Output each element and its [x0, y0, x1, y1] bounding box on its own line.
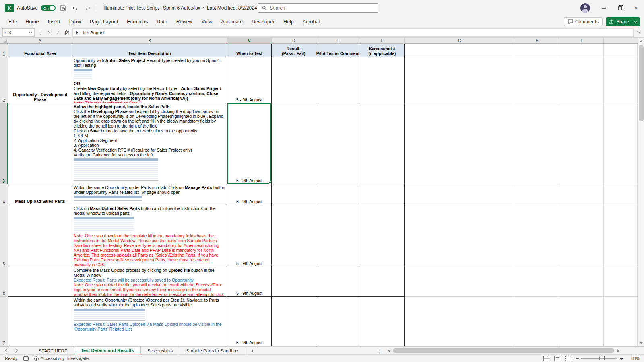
cell-E7[interactable] [316, 297, 360, 346]
empty-cell[interactable] [604, 267, 638, 297]
row-header-7[interactable]: 7 [0, 297, 8, 346]
column-header-C[interactable]: C [227, 38, 272, 43]
column-header-A[interactable]: A [8, 38, 72, 43]
cell-B5[interactable]: Click on Mass Upload Sales Parts button … [72, 205, 227, 267]
column-header-G[interactable]: G [405, 38, 515, 43]
cell-F7[interactable] [360, 297, 405, 346]
cell-G6[interactable] [405, 267, 515, 297]
cell-H6[interactable] [515, 267, 559, 297]
sheet-tab-test-details-and-results[interactable]: Test Details and Results [74, 347, 141, 354]
search-box[interactable] [258, 3, 378, 13]
cell-C1[interactable]: When to Test [227, 44, 272, 57]
cell-E4[interactable] [316, 184, 360, 205]
cell-I1[interactable] [559, 44, 604, 57]
zoom-in-button[interactable]: + [620, 356, 623, 362]
cell-H7[interactable] [515, 297, 559, 346]
cell-A2[interactable]: Opportunity - Development Phase [8, 57, 72, 103]
empty-cell[interactable] [604, 103, 638, 184]
cell-D2[interactable] [272, 57, 316, 103]
column-header-E[interactable]: E [316, 38, 360, 43]
zoom-slider-thumb[interactable] [604, 356, 605, 360]
cell-A5[interactable] [8, 205, 72, 267]
ribbon-tab-acrobat[interactable]: Acrobat [298, 17, 324, 27]
cell-C5[interactable]: 5 - 9th August [227, 205, 272, 267]
cell-H5[interactable] [515, 205, 559, 267]
ribbon-tab-formulas[interactable]: Formulas [122, 17, 152, 27]
cell-D4[interactable] [272, 184, 316, 205]
page-break-view-button[interactable] [565, 356, 572, 361]
next-sheet-arrow[interactable] [14, 349, 18, 353]
insert-function-icon[interactable]: fx [63, 29, 71, 35]
scroll-down-arrow[interactable] [638, 340, 644, 346]
column-header-D[interactable]: D [272, 38, 316, 43]
scroll-up-arrow[interactable] [638, 38, 644, 44]
row-header-6[interactable]: 6 [0, 267, 8, 297]
row-header-3[interactable]: 3 [0, 103, 8, 184]
cell-D7[interactable] [272, 297, 316, 346]
prev-sheet-arrow[interactable] [5, 349, 9, 353]
cell-H2[interactable] [515, 57, 559, 103]
autosave-toggle[interactable]: On [41, 5, 56, 11]
save-icon[interactable] [59, 4, 68, 12]
cell-G7[interactable] [405, 297, 515, 346]
select-all-corner[interactable] [0, 38, 8, 43]
cell-H1[interactable] [515, 44, 559, 57]
ribbon-tab-insert[interactable]: Insert [43, 17, 65, 27]
cell-C6[interactable]: 5 - 9th August [227, 267, 272, 297]
cell-B7[interactable]: Within the same Opportunity (Created /Op… [72, 297, 227, 346]
vertical-scroll-thumb[interactable] [639, 45, 644, 121]
column-header-B[interactable]: B [72, 38, 227, 43]
cell-G3[interactable] [405, 103, 515, 184]
enter-icon[interactable]: ✓ [54, 30, 62, 35]
page-layout-view-button[interactable] [554, 356, 561, 361]
row-header-2[interactable]: 2 [0, 57, 8, 103]
user-avatar[interactable] [580, 3, 590, 13]
cell-F3[interactable] [360, 103, 405, 184]
cell-B6[interactable]: Complete the Mass Upload process by clic… [72, 267, 227, 297]
cell-C4[interactable]: 5 - 9th August [227, 184, 272, 205]
fill-handle[interactable] [269, 181, 271, 184]
column-header-I[interactable]: I [559, 38, 604, 43]
cell-C2[interactable]: 5 - 9th August [227, 57, 272, 103]
cell-B2[interactable]: Opportunity with Auto - Sales Project Re… [72, 57, 227, 103]
formula-bar-expand[interactable] [634, 28, 644, 37]
cell-D5[interactable] [272, 205, 316, 267]
column-header-H[interactable]: H [515, 38, 559, 43]
cell-B4[interactable]: Within the same Opportunity, under Parts… [72, 184, 227, 205]
cell-B3[interactable]: Below the highlight panel, locate the Sa… [72, 103, 227, 184]
formula-input[interactable]: 5 - 9th August [72, 28, 634, 37]
empty-cell[interactable] [604, 297, 638, 346]
cell-D6[interactable] [272, 267, 316, 297]
ribbon-tab-file[interactable]: File [4, 17, 21, 27]
name-box[interactable]: C3 [2, 28, 35, 37]
cell-B1[interactable]: Test Item Description [72, 44, 227, 57]
ribbon-tab-page-layout[interactable]: Page Layout [85, 17, 122, 27]
zoom-out-button[interactable]: − [576, 356, 579, 362]
minimize-button[interactable]: ─ [596, 0, 612, 16]
empty-cell[interactable] [604, 57, 638, 103]
cell-F1[interactable]: Screenshot #(if applicable) [360, 44, 405, 57]
comments-button[interactable]: Comments [564, 17, 603, 26]
cell-A7[interactable] [8, 297, 72, 346]
ribbon-tab-automate[interactable]: Automate [217, 17, 248, 27]
cell-A1[interactable]: Functional Area [8, 44, 72, 57]
macro-record-icon[interactable] [23, 356, 29, 361]
ribbon-tab-review[interactable]: Review [172, 17, 197, 27]
scroll-right-arrow[interactable] [615, 348, 621, 354]
close-button[interactable]: × [628, 0, 644, 16]
cell-F2[interactable] [360, 57, 405, 103]
cell-G2[interactable] [405, 57, 515, 103]
sheet-tab-start-here[interactable]: START HERE [32, 347, 74, 354]
cell-D3[interactable] [272, 103, 316, 184]
cell-F4[interactable] [360, 184, 405, 205]
cell-C3[interactable]: 5 - 9th August [227, 103, 272, 184]
more-options-icon[interactable]: ⋮ [36, 30, 44, 35]
cell-E2[interactable] [316, 57, 360, 103]
sheet-tab-screenshots[interactable]: Screenshots [141, 347, 180, 354]
zoom-percentage[interactable]: 88% [627, 356, 640, 361]
cell-I4[interactable] [559, 184, 604, 205]
normal-view-button[interactable] [543, 356, 550, 361]
vertical-scrollbar[interactable] [638, 38, 644, 346]
restore-button[interactable] [612, 0, 628, 16]
cell-G4[interactable] [405, 184, 515, 205]
